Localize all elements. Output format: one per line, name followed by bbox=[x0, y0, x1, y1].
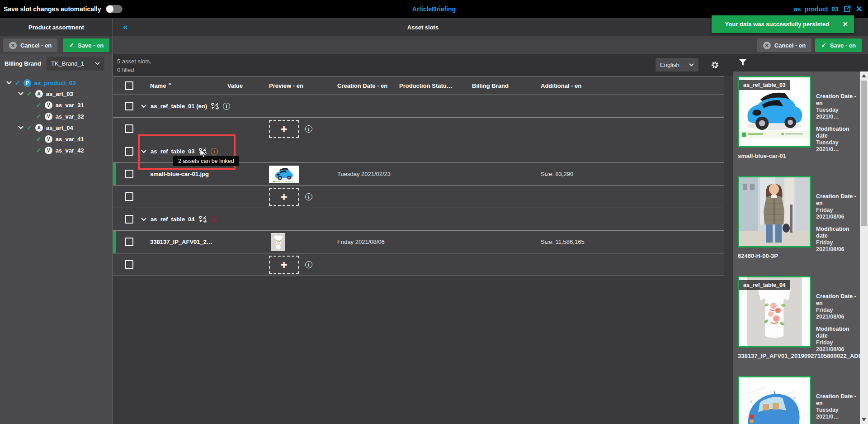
tree-node-article[interactable]: ✓ A as_art_03 bbox=[18, 89, 73, 98]
asset-card-info: Creation Date - en Friday 2021/08/06 Mod… bbox=[816, 293, 861, 358]
vertical-scrollbar[interactable] bbox=[860, 71, 868, 424]
toast-message: Your data was successfully persisted bbox=[712, 21, 842, 28]
slot-name: as_ref_table_03 bbox=[151, 148, 195, 155]
column-header-preview[interactable]: Preview - en bbox=[269, 76, 303, 95]
tree-node-label[interactable]: as_var_41 bbox=[56, 136, 84, 143]
asset-card-thumbnail[interactable] bbox=[738, 176, 811, 248]
save-check-icon: ✓ bbox=[69, 42, 74, 49]
tree-node-article[interactable]: ✓ A as_art_04 bbox=[18, 123, 73, 132]
tree-node-label[interactable]: as_var_32 bbox=[56, 113, 84, 120]
cancel-x-icon: ✕ bbox=[763, 42, 771, 49]
row-checkbox[interactable] bbox=[125, 260, 133, 269]
column-header-name[interactable]: Name ^ bbox=[150, 76, 171, 95]
woman-jacket-image bbox=[739, 177, 810, 246]
chevron-down-icon[interactable] bbox=[18, 92, 24, 95]
chevron-down-icon[interactable] bbox=[6, 81, 12, 85]
cancel-x-icon: ✕ bbox=[9, 42, 17, 49]
unlink-icon[interactable] bbox=[211, 102, 219, 110]
variant-badge: V bbox=[45, 101, 52, 109]
toast-close-icon[interactable]: ✕ bbox=[842, 20, 848, 29]
row-checkbox[interactable] bbox=[125, 124, 133, 133]
right-save-button[interactable]: ✓ Save - en bbox=[815, 38, 862, 52]
row-checkbox[interactable] bbox=[125, 170, 133, 178]
row-checkbox[interactable] bbox=[125, 215, 133, 224]
column-header-value[interactable]: Value bbox=[227, 76, 243, 95]
asset-file-name: small-blue-car-01.jpg bbox=[150, 163, 209, 185]
tree-node-label[interactable]: as_art_03 bbox=[46, 91, 73, 97]
chevron-down-icon[interactable] bbox=[141, 218, 146, 221]
product-reference-link[interactable]: as_product_03 bbox=[794, 5, 839, 13]
sidebar-cancel-button[interactable]: ✕ Cancel - en bbox=[3, 38, 57, 52]
asset-card-thumbnail[interactable]: as_ref_table_03 bbox=[738, 76, 811, 148]
asset-preview-image[interactable] bbox=[269, 166, 299, 183]
table-row-asset: 338137_IP_AFV01_2… Friday 2021/08/06 Siz… bbox=[113, 230, 724, 253]
check-icon: ✓ bbox=[36, 135, 42, 143]
filled-count: 0 filled bbox=[117, 66, 151, 74]
table-bottom-border bbox=[113, 276, 724, 276]
column-header-creation-date[interactable]: Creation Date - en bbox=[337, 76, 387, 95]
slot-name: as_ref_table_04 bbox=[151, 216, 195, 223]
filter-icon[interactable] bbox=[739, 59, 747, 66]
add-asset-button[interactable]: + bbox=[269, 188, 299, 206]
error-info-icon[interactable]: i bbox=[211, 216, 218, 223]
export-icon[interactable] bbox=[843, 5, 851, 13]
asset-slots-table: Name ^ Value Preview - en Creation Date … bbox=[113, 76, 724, 276]
asset-card-thumbnail[interactable] bbox=[738, 376, 811, 424]
modification-date-value: Friday 2021/08/06 bbox=[816, 339, 861, 353]
add-asset-button[interactable]: + bbox=[269, 256, 299, 274]
info-icon[interactable]: i bbox=[305, 261, 312, 268]
row-checkbox[interactable] bbox=[125, 147, 133, 156]
row-checkbox[interactable] bbox=[125, 192, 133, 201]
tree-node-label[interactable]: as_var_31 bbox=[56, 102, 84, 109]
chevron-down-icon[interactable] bbox=[141, 150, 146, 153]
chevron-down-icon[interactable] bbox=[18, 126, 24, 129]
add-asset-button[interactable]: + bbox=[269, 120, 299, 138]
asset-card-thumbnail[interactable]: as_ref_table_04 bbox=[738, 276, 811, 348]
gear-icon[interactable] bbox=[711, 61, 719, 69]
tree-node-label[interactable]: as_art_04 bbox=[46, 124, 73, 131]
edit-pencil-icon[interactable] bbox=[801, 280, 807, 286]
table-row-group: as_ref_table_04 i bbox=[113, 208, 724, 230]
info-icon[interactable]: i bbox=[305, 193, 312, 200]
mouse-cursor bbox=[199, 148, 207, 159]
tree-node-product[interactable]: ✓ P as_product_03 bbox=[6, 78, 76, 87]
creation-date-value: Friday 2021/08/06 bbox=[816, 307, 861, 320]
tree-node-variant[interactable]: ✓ V as_var_41 bbox=[36, 134, 84, 143]
select-all-checkbox[interactable] bbox=[125, 81, 133, 90]
info-icon[interactable]: i bbox=[223, 103, 230, 110]
row-checkbox[interactable] bbox=[125, 238, 133, 246]
check-icon: ✓ bbox=[36, 113, 42, 120]
asset-file-name: 338137_IP_AFV01_2… bbox=[150, 231, 212, 253]
language-select[interactable]: English bbox=[656, 58, 698, 71]
billing-brand-select[interactable]: TK_Brand_1 bbox=[47, 57, 104, 71]
right-cancel-button[interactable]: ✕ Cancel - en bbox=[757, 38, 811, 52]
linkable-assets-info-icon[interactable]: i bbox=[211, 148, 218, 155]
asset-card-info: Creation Date - en Friday 2021/08/06 Mod… bbox=[816, 193, 861, 258]
chevron-down-icon[interactable] bbox=[141, 105, 146, 108]
tree-node-label[interactable]: as_var_42 bbox=[56, 147, 84, 154]
column-header-additional[interactable]: Additional - en bbox=[541, 76, 581, 95]
creation-date-value: Friday 2021/08/06 bbox=[816, 207, 861, 220]
column-header-production-status[interactable]: Production Statu… bbox=[399, 76, 453, 95]
sidebar-save-button[interactable]: ✓ Save - en bbox=[63, 38, 109, 52]
check-icon: ✓ bbox=[36, 147, 42, 154]
column-header-billing-brand[interactable]: Billing Brand bbox=[472, 76, 509, 95]
asset-preview-image[interactable] bbox=[271, 233, 285, 251]
billing-brand-label: Billing Brand bbox=[5, 60, 41, 67]
tree-node-variant[interactable]: ✓ V as_var_32 bbox=[36, 112, 84, 121]
scroll-up-icon[interactable] bbox=[862, 74, 866, 77]
tree-node-variant[interactable]: ✓ V as_var_31 bbox=[36, 100, 84, 110]
modification-date-label: Modification date bbox=[816, 226, 861, 239]
scrollbar-thumb[interactable] bbox=[861, 81, 867, 226]
slot-summary: 5 asset slots, 0 filled bbox=[117, 57, 151, 74]
cancel-label: Cancel - en bbox=[774, 42, 806, 49]
scroll-down-icon[interactable] bbox=[862, 418, 866, 421]
info-icon[interactable]: i bbox=[305, 125, 312, 133]
unlink-icon[interactable] bbox=[199, 215, 207, 223]
close-briefing-icon[interactable]: ✕ bbox=[856, 5, 863, 13]
tree-node-label[interactable]: as_product_03 bbox=[34, 80, 76, 86]
selected-asset-indicator bbox=[113, 231, 116, 253]
edit-pencil-icon[interactable] bbox=[801, 80, 807, 86]
row-checkbox[interactable] bbox=[125, 102, 133, 110]
tree-node-variant[interactable]: ✓ V as_var_42 bbox=[36, 146, 84, 155]
